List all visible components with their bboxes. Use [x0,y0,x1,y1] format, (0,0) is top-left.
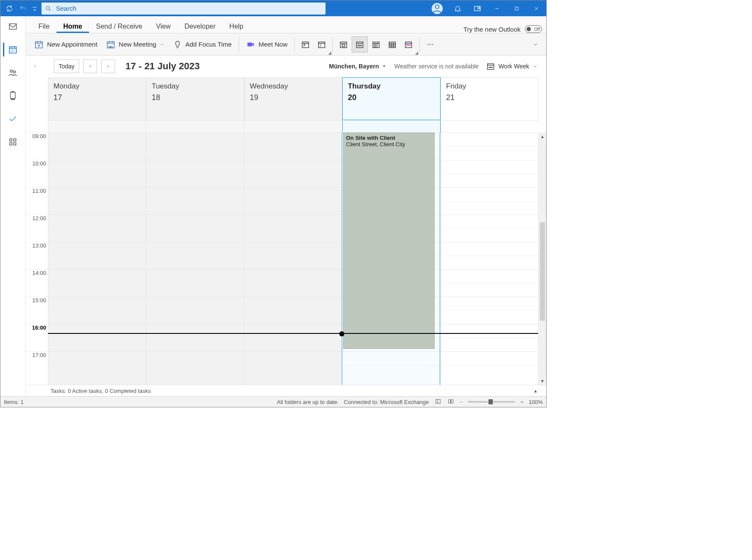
svg-rect-34 [488,64,494,69]
calendar-people-icon [106,40,115,49]
day-column-tue[interactable] [146,133,244,385]
view-picker-label: Work Week [498,63,529,70]
meet-now-button[interactable]: Meet Now [242,38,292,51]
notifications-icon[interactable] [448,0,468,16]
calendar-event[interactable]: On Site with Client Client Street, Clien… [343,133,435,349]
new-appointment-button[interactable]: New Appointment [30,37,102,52]
work-week-view-icon[interactable] [352,36,368,53]
zoom-in-icon[interactable]: + [520,399,524,405]
goto-today-icon[interactable] [297,36,314,53]
day-column-thu[interactable]: On Site with Client Client Street, Clien… [342,133,440,385]
svg-point-31 [428,44,429,45]
time-grid: 09:0010:0011:0012:0013:0014:0015:0016:00… [26,133,546,385]
window-preview-icon[interactable] [468,0,487,16]
day-view-icon[interactable] [335,36,352,53]
svg-point-35 [489,67,490,68]
nav-mail[interactable] [4,20,21,33]
view-normal-icon[interactable] [434,398,442,406]
tab-help[interactable]: Help [222,19,250,33]
nav-calendar[interactable] [3,43,21,56]
nav-more-apps[interactable] [4,135,21,149]
vertical-scrollbar[interactable]: ▲ ▼ [538,133,546,385]
event-location: Client Street, Client City [346,141,432,147]
try-new-label: Try the new Outlook [463,26,521,33]
status-connected: Connected to: Microsoft Exchange [344,399,429,405]
day-column-wed[interactable] [244,133,342,385]
nav-tasks[interactable] [4,112,21,126]
toggle-off-label: Off [534,27,540,32]
maximize-button[interactable] [507,0,527,16]
search-input[interactable]: Search [41,3,326,15]
zoom-slider[interactable] [468,401,515,403]
status-items: Items: 1 [4,399,24,405]
svg-rect-13 [14,143,16,145]
tab-home[interactable]: Home [56,19,89,33]
add-focus-time-label: Add Focus Time [185,41,231,48]
view-reading-icon[interactable] [447,398,455,406]
svg-point-16 [109,46,110,48]
scroll-down-icon[interactable]: ▼ [539,377,546,385]
account-avatar[interactable] [428,0,448,16]
svg-point-0 [46,6,50,9]
close-button[interactable] [527,0,546,16]
ribbon: New Appointment New Meeting Add Focus Ti… [26,33,546,56]
add-focus-time-button[interactable]: Add Focus Time [169,38,236,51]
ribbon-more-icon[interactable] [422,36,438,53]
day-column-mon[interactable] [48,133,146,385]
tasks-summary: Tasks: 0 Active tasks, 0 Completed tasks… [26,385,546,396]
svg-point-26 [361,45,362,46]
svg-rect-12 [10,143,12,145]
location-picker[interactable]: München, Bayern [329,63,387,70]
schedule-view-icon[interactable] [400,36,417,53]
calendar-header: Today 17 - 21 July 2023 München, Bayern … [26,56,546,77]
tab-view[interactable]: View [149,19,178,33]
previous-button[interactable] [83,59,97,73]
minimize-button[interactable] [487,0,507,16]
week-view-icon[interactable] [368,36,384,53]
svg-rect-3 [478,7,480,9]
ribbon-collapse-icon[interactable] [527,36,544,53]
day-column-fri[interactable] [440,133,538,385]
new-meeting-button[interactable]: New Meeting [102,37,169,52]
new-appointment-label: New Appointment [47,41,98,48]
day-header-wed[interactable]: Wednesday19 [244,77,342,120]
dialog-launcher-icon[interactable]: ◢ [328,50,332,55]
scroll-up-icon[interactable]: ▲ [539,133,546,140]
undo-icon[interactable] [17,2,30,15]
status-bar: Items: 1 All folders are up to date. Con… [0,396,546,407]
try-new-toggle[interactable]: Off [525,25,542,33]
day-header-fri[interactable]: Friday21 [441,77,539,120]
next-button[interactable] [101,59,115,73]
nav-notes[interactable] [4,89,21,103]
svg-rect-20 [319,42,325,47]
svg-rect-5 [9,24,17,29]
day-header-thu[interactable]: Thursday20 [342,77,440,120]
svg-rect-30 [406,44,411,46]
zoom-out-icon[interactable]: − [460,399,463,405]
all-day-row[interactable] [48,120,539,133]
tab-file[interactable]: File [32,19,56,33]
scroll-thumb[interactable] [540,222,545,321]
search-icon [45,5,52,12]
today-button[interactable]: Today [54,59,79,73]
next-7-days-icon[interactable] [314,36,330,53]
tab-send-receive[interactable]: Send / Receive [89,19,149,33]
day-header-mon[interactable]: Monday17 [48,77,146,120]
video-icon [246,41,255,48]
day-columns: On Site with Client Client Street, Clien… [48,133,538,385]
dialog-launcher-icon-2[interactable]: ◢ [415,50,418,55]
day-header-tue[interactable]: Tuesday18 [146,77,244,120]
zoom-level: 100% [529,399,543,405]
month-view-icon[interactable] [384,36,400,53]
tab-developer[interactable]: Developer [178,19,222,33]
svg-point-32 [430,44,431,45]
nav-people[interactable] [4,66,21,80]
tasks-expand-icon[interactable]: ▲ [533,389,538,393]
qat-dropdown-icon[interactable] [30,2,39,15]
weather-status: Weather service is not available [394,63,479,70]
folder-pane-collapse-icon[interactable] [31,62,39,71]
menu-row: File Home Send / Receive View Developer … [26,16,546,33]
view-picker[interactable]: Work Week [486,62,538,71]
sync-icon[interactable] [3,2,16,15]
status-folders: All folders are up to date. [277,399,339,405]
